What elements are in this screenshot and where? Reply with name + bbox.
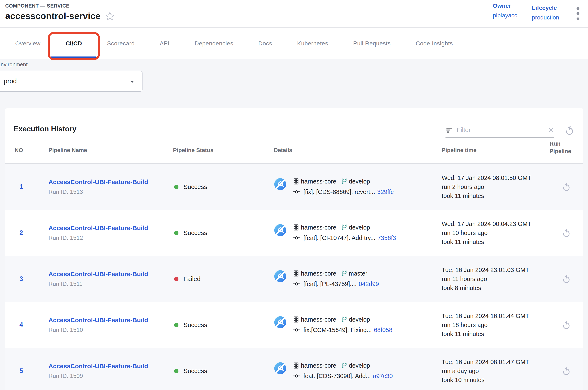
tab-docs[interactable]: Docs [258, 28, 272, 59]
table-row: 3 AccessControl-UBI-Feature-Build Run ID… [5, 256, 583, 302]
pipeline-time: Tue, 16 Jan 2024 23:01:03 GMT run 11 hou… [436, 265, 549, 292]
status-label: Failed [184, 275, 201, 283]
pipeline-name-link[interactable]: AccessControl-UBI-Feature-Build [48, 179, 148, 186]
column-header-time: Pipeline time [436, 147, 549, 153]
run-number-link[interactable]: 5 [5, 367, 43, 375]
environment-select[interactable]: prod [0, 71, 143, 92]
commit-hash-link[interactable]: 7356f3 [377, 235, 396, 242]
status-dot [174, 323, 178, 327]
tab-api[interactable]: API [160, 28, 170, 59]
tab-pull-requests[interactable]: Pull Requests [353, 28, 391, 59]
filter-input[interactable] [457, 126, 548, 134]
commit-message: [fix]: [CDS-88669]: revert... [303, 189, 375, 195]
repository-icon [293, 316, 300, 323]
run-id: Run ID: 1513 [48, 189, 167, 195]
owner-label: Owner [493, 2, 517, 9]
repository-name: harness-core [301, 178, 336, 185]
column-header-no: NO [5, 147, 43, 153]
run-number-link[interactable]: 2 [5, 229, 43, 237]
run-id: Run ID: 1509 [48, 373, 167, 379]
pipeline-time-took: took 11 minutes [442, 238, 549, 246]
git-branch-icon [341, 316, 348, 323]
tab-ci-cd[interactable]: CI/CD [66, 28, 82, 59]
pipeline-time-start: Wed, 17 Jan 2024 00:04:23 GMT [442, 219, 549, 229]
run-pipeline-button[interactable] [561, 320, 572, 330]
git-commit-icon [293, 326, 301, 334]
status-dot [174, 185, 178, 189]
owner-link[interactable]: plplayacc [493, 12, 517, 19]
status-label: Success [184, 367, 207, 375]
tab-kubernetes[interactable]: Kubernetes [297, 28, 328, 59]
pipeline-time: Tue, 16 Jan 2024 16:01:44 GMT run 18 hou… [436, 312, 549, 339]
repository-name: harness-core [301, 270, 336, 277]
table-body: 1 AccessControl-UBI-Feature-Build Run ID… [5, 164, 583, 390]
status-dot [174, 231, 178, 235]
pipeline-time-ran: run 10 hours ago [442, 229, 549, 238]
commit-hash-link[interactable]: 329ffc [377, 189, 393, 195]
status-dot [174, 277, 178, 281]
git-commit-icon [293, 234, 301, 242]
pipeline-status: Success [167, 321, 269, 329]
run-pipeline-retry-icon [561, 182, 572, 192]
refresh-icon [564, 125, 575, 136]
branch-name: develop [349, 224, 370, 231]
tab-dependencies[interactable]: Dependencies [195, 28, 233, 59]
table-row: 4 AccessControl-UBI-Feature-Build Run ID… [5, 302, 583, 348]
commit-message: [feat]: [CI-10747]: Add try... [303, 235, 375, 242]
git-commit-icon [293, 372, 301, 380]
page-header: COMPONENT — SERVICE accesscontrol-servic… [0, 0, 588, 28]
page-title: accesscontrol-service [5, 11, 101, 21]
pipeline-time-ran: run a day ago [442, 367, 549, 376]
favorite-star-icon[interactable] [105, 11, 115, 21]
pipeline-status: Success [167, 183, 269, 190]
run-pipeline-button[interactable] [561, 274, 572, 284]
ci-module-icon [274, 270, 287, 283]
pipeline-time-ran: run 18 hours ago [442, 321, 549, 330]
lifecycle-value: production [532, 14, 559, 21]
tab-label: Code Insights [416, 40, 453, 47]
pipeline-name-link[interactable]: AccessControl-UBI-Feature-Build [48, 271, 148, 278]
run-pipeline-retry-icon [561, 228, 572, 238]
tab-label: Kubernetes [297, 40, 328, 47]
execution-history-card: Execution History NO Pipeline Name Pipel… [5, 108, 583, 390]
tab-scorecard[interactable]: Scorecard [107, 28, 135, 59]
commit-hash-link[interactable]: a97c30 [373, 373, 393, 380]
tab-overview[interactable]: Overview [15, 28, 40, 59]
refresh-table-button[interactable] [564, 125, 575, 136]
clear-filter-icon[interactable] [548, 127, 554, 133]
repository-name: harness-core [301, 224, 336, 231]
run-number-link[interactable]: 4 [5, 321, 43, 329]
commit-hash-link[interactable]: 042d99 [359, 281, 379, 288]
pipeline-name-link[interactable]: AccessControl-UBI-Feature-Build [48, 225, 148, 232]
tab-label: Dependencies [195, 40, 233, 47]
pipeline-time-start: Tue, 16 Jan 2024 16:01:44 GMT [442, 312, 549, 321]
commit-message: fix:[CCM-15649]: Fixing... [303, 327, 372, 334]
branch-name: master [349, 270, 367, 277]
tab-code-insights[interactable]: Code Insights [416, 28, 453, 59]
kebab-menu-icon[interactable] [574, 6, 582, 21]
run-pipeline-button[interactable] [561, 182, 572, 192]
active-tab-underline [51, 56, 96, 58]
ci-module-icon [274, 224, 287, 237]
lifecycle-label: Lifecycle [532, 5, 559, 11]
commit-hash-link[interactable]: 68f058 [374, 327, 392, 334]
git-branch-icon [341, 178, 348, 185]
pipeline-name-link[interactable]: AccessControl-UBI-Feature-Build [48, 317, 148, 324]
repository-icon [293, 270, 300, 277]
pipeline-time-start: Tue, 16 Jan 2024 23:01:03 GMT [442, 265, 549, 275]
run-number-link[interactable]: 1 [5, 183, 43, 191]
repository-icon [293, 362, 300, 369]
run-pipeline-button[interactable] [561, 228, 572, 238]
ci-module-icon [274, 362, 287, 375]
pipeline-status: Failed [167, 275, 269, 283]
table-row: 1 AccessControl-UBI-Feature-Build Run ID… [5, 164, 583, 210]
cicd-tab-content: Environment prod Execution History [0, 59, 588, 390]
table-row: 5 AccessControl-UBI-Feature-Build Run ID… [5, 348, 583, 390]
run-number-link[interactable]: 3 [5, 275, 43, 283]
status-label: Success [184, 321, 207, 329]
pipeline-time-ran: run 11 hours ago [442, 275, 549, 284]
run-pipeline-retry-icon [561, 366, 572, 376]
branch-name: develop [349, 362, 370, 369]
run-pipeline-button[interactable] [561, 366, 572, 376]
pipeline-name-link[interactable]: AccessControl-UBI-Feature-Build [48, 363, 148, 370]
